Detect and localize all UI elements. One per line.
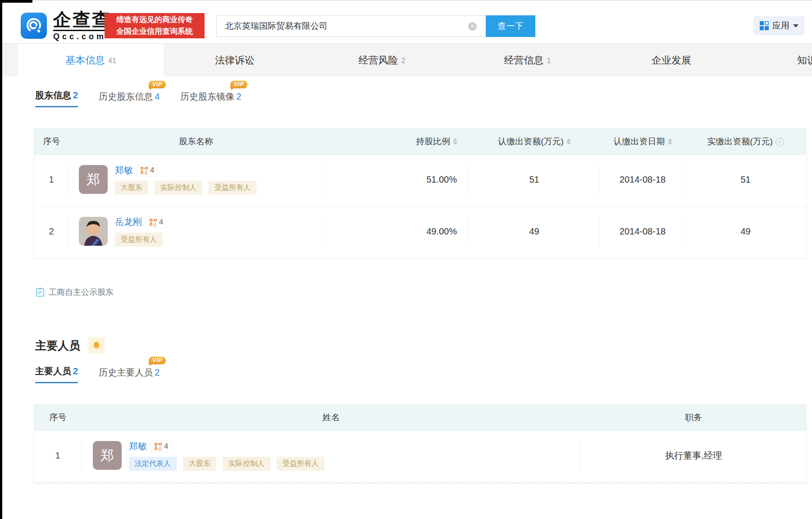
legal-rep-tag: 法定代表人 bbox=[129, 457, 177, 471]
col-header-no: 序号 bbox=[34, 136, 69, 147]
tab-legal-litigation[interactable]: 法律诉讼 bbox=[164, 44, 309, 77]
role-tag: 受益所有人 bbox=[209, 181, 256, 195]
personnel-cell: 郑 郑敏 企 bbox=[82, 440, 581, 471]
screenshot-edge-artifact bbox=[0, 0, 2, 519]
vip-badge: VIP bbox=[149, 81, 166, 88]
col-header-shareholder-name: 股东名称 bbox=[69, 136, 323, 147]
sort-icon[interactable] bbox=[566, 138, 571, 145]
network-icon: 企 bbox=[154, 442, 162, 450]
row-number: 1 bbox=[34, 440, 82, 471]
avatar[interactable]: 郑 bbox=[79, 165, 108, 194]
position-value: 执行董事,经理 bbox=[581, 440, 806, 471]
info-icon[interactable] bbox=[776, 138, 784, 146]
tab-company-development[interactable]: 企业发展 bbox=[600, 44, 746, 77]
col-header-date: 认缴出资日期 bbox=[600, 136, 686, 147]
shareholder-row: 1 郑 郑敏 企 bbox=[34, 155, 806, 207]
shareholder-name-link[interactable]: 郑敏 bbox=[115, 164, 133, 176]
key-personnel-table-header: 序号 姓名 职务 bbox=[34, 404, 806, 431]
shareholder-subtabs: 股东信息2 历史股东信息4 VIP 历史股东镜像2 VIP bbox=[35, 89, 812, 107]
brand-name: 企查查 bbox=[53, 10, 111, 31]
role-tag: 大股东 bbox=[115, 181, 148, 195]
network-icon: 企 bbox=[140, 166, 148, 175]
key-personnel-row: 1 郑 郑敏 企 bbox=[34, 431, 806, 483]
clipboard-icon bbox=[35, 287, 45, 297]
search-bar: 查一下 bbox=[216, 15, 535, 37]
slogan-line-2: 全国企业信用查询系统 bbox=[105, 26, 205, 37]
col-header-ratio: 持股比例 bbox=[323, 136, 469, 147]
tab-operation-risk[interactable]: 经营风险2 bbox=[309, 44, 455, 77]
subscribed-value: 51 bbox=[469, 164, 600, 195]
col-header-subscribed: 认缴出资额(万元) bbox=[469, 136, 600, 147]
related-companies-badge[interactable]: 企 4 bbox=[151, 441, 172, 452]
apps-grid-icon bbox=[760, 21, 769, 30]
shareholder-cell: 郑 郑敏 企 bbox=[69, 164, 323, 195]
svg-text:企: 企 bbox=[144, 170, 148, 175]
sort-icon[interactable] bbox=[453, 138, 457, 145]
related-companies-badge[interactable]: 企 4 bbox=[146, 216, 167, 228]
subtab-key-personnel[interactable]: 主要人员2 bbox=[35, 365, 78, 383]
related-count: 4 bbox=[164, 442, 168, 451]
qcc-logo-text: 企查查 Qcc.com bbox=[53, 10, 111, 41]
shareholder-table-header: 序号 股东名称 持股比例 认缴出资额(万元) 认缴出资日期 实缴出资额(万元) bbox=[34, 129, 806, 155]
tab-count: 41 bbox=[108, 57, 116, 65]
role-tag: 实际控制人 bbox=[155, 181, 202, 195]
page-content: 股东信息2 历史股东信息4 VIP 历史股东镜像2 VIP 序号 股东名称 持股… bbox=[0, 89, 812, 483]
slogan-banner: 缔造有远见的商业传奇 全国企业信用查询系统 bbox=[105, 13, 205, 38]
svg-text:企: 企 bbox=[158, 446, 162, 450]
screenshot-edge-artifact bbox=[0, 0, 32, 3]
search-button[interactable]: 查一下 bbox=[486, 15, 535, 37]
slogan-line-1: 缔造有远见的商业传奇 bbox=[105, 14, 205, 26]
key-personnel-table: 序号 姓名 职务 1 郑 郑敏 bbox=[34, 404, 807, 483]
tab-intellectual-property[interactable]: 知识产权 bbox=[746, 44, 812, 77]
subtab-history-shareholder-mirror[interactable]: 历史股东镜像2 VIP bbox=[180, 91, 241, 107]
sort-icon[interactable] bbox=[668, 138, 672, 145]
role-tag: 受益所有人 bbox=[115, 233, 163, 247]
key-personnel-subtabs: 主要人员2 历史主要人员2 VIP bbox=[35, 365, 812, 383]
chevron-down-icon bbox=[793, 24, 798, 28]
shareholder-row: 2 岳龙刚 bbox=[34, 207, 806, 258]
subtab-history-shareholder-info[interactable]: 历史股东信息4 VIP bbox=[99, 91, 160, 107]
qcc-logo-icon bbox=[21, 13, 47, 39]
role-tag: 受益所有人 bbox=[277, 457, 324, 471]
tab-operation-info[interactable]: 经营信息1 bbox=[455, 44, 600, 77]
date-value: 2014-08-18 bbox=[600, 216, 686, 247]
related-count: 4 bbox=[159, 218, 163, 227]
self-disclosed-shareholders-note[interactable]: 工商自主公示股东 bbox=[35, 287, 812, 298]
tab-count: 1 bbox=[547, 57, 551, 65]
bell-icon bbox=[92, 341, 101, 350]
ratio-value: 49.00% bbox=[323, 216, 469, 247]
vip-badge: VIP bbox=[149, 357, 166, 364]
role-tag: 大股东 bbox=[183, 457, 216, 471]
col-header-paid: 实缴出资额(万元) bbox=[686, 136, 805, 147]
tab-count: 2 bbox=[401, 57, 406, 65]
apps-label: 应用 bbox=[772, 20, 789, 32]
site-header: 企查查 Qcc.com 缔造有远见的商业传奇 全国企业信用查询系统 查一下 应用 bbox=[0, 0, 812, 44]
row-number: 1 bbox=[34, 164, 69, 195]
paid-value: 51 bbox=[686, 164, 805, 195]
subscribed-value: 49 bbox=[469, 216, 600, 247]
clear-search-icon[interactable] bbox=[468, 22, 477, 31]
apps-menu-button[interactable]: 应用 bbox=[753, 16, 805, 35]
tab-basic-info[interactable]: 基本信息41 bbox=[18, 44, 164, 77]
search-input[interactable] bbox=[216, 15, 486, 37]
subtab-history-key-personnel[interactable]: 历史主要人员2 VIP bbox=[99, 367, 160, 383]
date-value: 2014-08-18 bbox=[600, 164, 686, 195]
key-personnel-section-title: 主要人员 bbox=[35, 337, 812, 354]
related-count: 4 bbox=[150, 166, 154, 175]
main-tab-bar: 基本信息41 法律诉讼 经营风险2 经营信息1 企业发展 知识产权 bbox=[0, 44, 812, 77]
ratio-value: 51.00% bbox=[323, 164, 469, 195]
shareholder-cell: 岳龙刚 企 4 bbox=[69, 216, 323, 247]
avatar-photo[interactable] bbox=[79, 217, 108, 246]
monitor-bell-button[interactable] bbox=[88, 337, 105, 354]
col-header-no: 序号 bbox=[34, 412, 82, 423]
avatar[interactable]: 郑 bbox=[93, 441, 122, 470]
brand-domain: Qcc.com bbox=[53, 32, 111, 41]
personnel-name-link[interactable]: 郑敏 bbox=[129, 440, 147, 452]
svg-text:企: 企 bbox=[153, 222, 157, 226]
qcc-logo[interactable]: 企查查 Qcc.com bbox=[21, 10, 111, 41]
vip-badge: VIP bbox=[230, 81, 247, 88]
shareholder-name-link[interactable]: 岳龙刚 bbox=[115, 216, 142, 228]
subtab-shareholder-info[interactable]: 股东信息2 bbox=[35, 89, 78, 107]
related-companies-badge[interactable]: 企 4 bbox=[137, 165, 158, 176]
row-number: 2 bbox=[34, 216, 69, 247]
